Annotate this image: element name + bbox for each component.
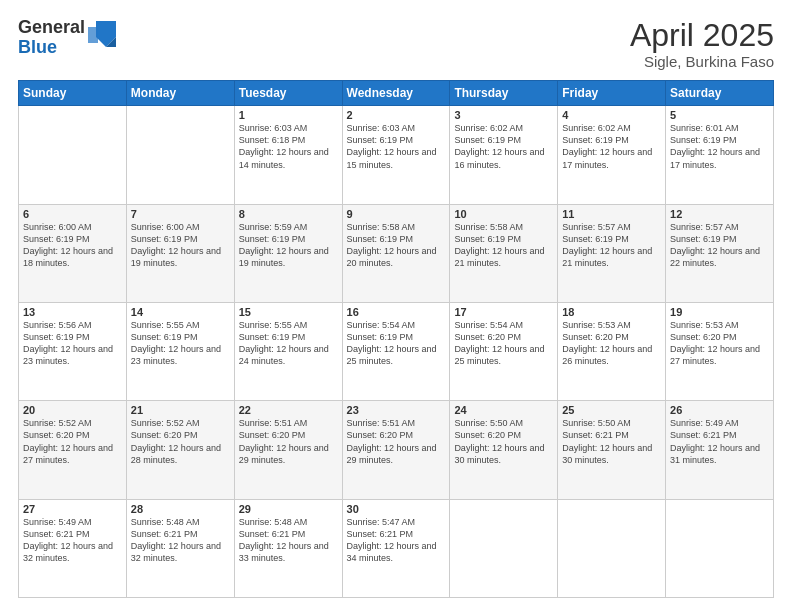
- calendar-cell: 21Sunrise: 5:52 AM Sunset: 6:20 PM Dayli…: [126, 401, 234, 499]
- main-title: April 2025: [630, 18, 774, 53]
- day-info: Sunrise: 5:48 AM Sunset: 6:21 PM Dayligh…: [131, 516, 230, 565]
- day-info: Sunrise: 6:01 AM Sunset: 6:19 PM Dayligh…: [670, 122, 769, 171]
- day-number: 24: [454, 404, 553, 416]
- day-number: 27: [23, 503, 122, 515]
- day-info: Sunrise: 5:59 AM Sunset: 6:19 PM Dayligh…: [239, 221, 338, 270]
- day-info: Sunrise: 5:53 AM Sunset: 6:20 PM Dayligh…: [562, 319, 661, 368]
- calendar-cell: 12Sunrise: 5:57 AM Sunset: 6:19 PM Dayli…: [666, 204, 774, 302]
- col-friday: Friday: [558, 81, 666, 106]
- calendar-cell: 28Sunrise: 5:48 AM Sunset: 6:21 PM Dayli…: [126, 499, 234, 597]
- day-number: 1: [239, 109, 338, 121]
- day-number: 16: [347, 306, 446, 318]
- day-number: 9: [347, 208, 446, 220]
- calendar-cell: 15Sunrise: 5:55 AM Sunset: 6:19 PM Dayli…: [234, 302, 342, 400]
- day-number: 23: [347, 404, 446, 416]
- day-info: Sunrise: 6:02 AM Sunset: 6:19 PM Dayligh…: [562, 122, 661, 171]
- day-number: 6: [23, 208, 122, 220]
- calendar-week-2: 6Sunrise: 6:00 AM Sunset: 6:19 PM Daylig…: [19, 204, 774, 302]
- calendar-cell: 4Sunrise: 6:02 AM Sunset: 6:19 PM Daylig…: [558, 106, 666, 204]
- day-number: 8: [239, 208, 338, 220]
- calendar-cell: 18Sunrise: 5:53 AM Sunset: 6:20 PM Dayli…: [558, 302, 666, 400]
- day-info: Sunrise: 5:52 AM Sunset: 6:20 PM Dayligh…: [23, 417, 122, 466]
- day-info: Sunrise: 6:03 AM Sunset: 6:18 PM Dayligh…: [239, 122, 338, 171]
- day-info: Sunrise: 5:50 AM Sunset: 6:21 PM Dayligh…: [562, 417, 661, 466]
- calendar-cell: [450, 499, 558, 597]
- subtitle: Sigle, Burkina Faso: [630, 53, 774, 70]
- day-number: 7: [131, 208, 230, 220]
- calendar-cell: 20Sunrise: 5:52 AM Sunset: 6:20 PM Dayli…: [19, 401, 127, 499]
- day-number: 11: [562, 208, 661, 220]
- calendar-cell: 30Sunrise: 5:47 AM Sunset: 6:21 PM Dayli…: [342, 499, 450, 597]
- calendar-cell: 27Sunrise: 5:49 AM Sunset: 6:21 PM Dayli…: [19, 499, 127, 597]
- col-wednesday: Wednesday: [342, 81, 450, 106]
- day-number: 25: [562, 404, 661, 416]
- day-number: 26: [670, 404, 769, 416]
- calendar-header-row: Sunday Monday Tuesday Wednesday Thursday…: [19, 81, 774, 106]
- logo-general: General: [18, 18, 85, 38]
- day-number: 3: [454, 109, 553, 121]
- day-number: 15: [239, 306, 338, 318]
- calendar-table: Sunday Monday Tuesday Wednesday Thursday…: [18, 80, 774, 598]
- day-number: 10: [454, 208, 553, 220]
- logo: General Blue: [18, 18, 120, 58]
- day-info: Sunrise: 5:51 AM Sunset: 6:20 PM Dayligh…: [239, 417, 338, 466]
- svg-marker-2: [88, 27, 98, 43]
- calendar-cell: 22Sunrise: 5:51 AM Sunset: 6:20 PM Dayli…: [234, 401, 342, 499]
- day-info: Sunrise: 6:00 AM Sunset: 6:19 PM Dayligh…: [131, 221, 230, 270]
- calendar-week-1: 1Sunrise: 6:03 AM Sunset: 6:18 PM Daylig…: [19, 106, 774, 204]
- calendar-cell: 19Sunrise: 5:53 AM Sunset: 6:20 PM Dayli…: [666, 302, 774, 400]
- day-number: 28: [131, 503, 230, 515]
- calendar-cell: [126, 106, 234, 204]
- title-block: April 2025 Sigle, Burkina Faso: [630, 18, 774, 70]
- calendar-cell: 23Sunrise: 5:51 AM Sunset: 6:20 PM Dayli…: [342, 401, 450, 499]
- day-info: Sunrise: 5:54 AM Sunset: 6:19 PM Dayligh…: [347, 319, 446, 368]
- calendar-cell: 29Sunrise: 5:48 AM Sunset: 6:21 PM Dayli…: [234, 499, 342, 597]
- day-info: Sunrise: 5:51 AM Sunset: 6:20 PM Dayligh…: [347, 417, 446, 466]
- calendar-cell: [19, 106, 127, 204]
- col-monday: Monday: [126, 81, 234, 106]
- day-info: Sunrise: 5:49 AM Sunset: 6:21 PM Dayligh…: [670, 417, 769, 466]
- day-info: Sunrise: 5:55 AM Sunset: 6:19 PM Dayligh…: [239, 319, 338, 368]
- calendar-cell: 5Sunrise: 6:01 AM Sunset: 6:19 PM Daylig…: [666, 106, 774, 204]
- calendar-cell: 3Sunrise: 6:02 AM Sunset: 6:19 PM Daylig…: [450, 106, 558, 204]
- day-info: Sunrise: 5:57 AM Sunset: 6:19 PM Dayligh…: [562, 221, 661, 270]
- day-info: Sunrise: 5:52 AM Sunset: 6:20 PM Dayligh…: [131, 417, 230, 466]
- col-sunday: Sunday: [19, 81, 127, 106]
- day-info: Sunrise: 6:03 AM Sunset: 6:19 PM Dayligh…: [347, 122, 446, 171]
- day-info: Sunrise: 5:58 AM Sunset: 6:19 PM Dayligh…: [347, 221, 446, 270]
- day-number: 4: [562, 109, 661, 121]
- calendar-cell: [558, 499, 666, 597]
- day-info: Sunrise: 5:53 AM Sunset: 6:20 PM Dayligh…: [670, 319, 769, 368]
- calendar-cell: 8Sunrise: 5:59 AM Sunset: 6:19 PM Daylig…: [234, 204, 342, 302]
- day-number: 22: [239, 404, 338, 416]
- day-info: Sunrise: 6:00 AM Sunset: 6:19 PM Dayligh…: [23, 221, 122, 270]
- calendar-cell: 6Sunrise: 6:00 AM Sunset: 6:19 PM Daylig…: [19, 204, 127, 302]
- calendar-cell: 14Sunrise: 5:55 AM Sunset: 6:19 PM Dayli…: [126, 302, 234, 400]
- day-number: 18: [562, 306, 661, 318]
- calendar-cell: 26Sunrise: 5:49 AM Sunset: 6:21 PM Dayli…: [666, 401, 774, 499]
- day-info: Sunrise: 5:54 AM Sunset: 6:20 PM Dayligh…: [454, 319, 553, 368]
- calendar-cell: 24Sunrise: 5:50 AM Sunset: 6:20 PM Dayli…: [450, 401, 558, 499]
- day-number: 21: [131, 404, 230, 416]
- day-info: Sunrise: 5:50 AM Sunset: 6:20 PM Dayligh…: [454, 417, 553, 466]
- day-number: 19: [670, 306, 769, 318]
- logo-text: General Blue: [18, 18, 85, 58]
- calendar-cell: 7Sunrise: 6:00 AM Sunset: 6:19 PM Daylig…: [126, 204, 234, 302]
- calendar-week-5: 27Sunrise: 5:49 AM Sunset: 6:21 PM Dayli…: [19, 499, 774, 597]
- calendar-cell: 13Sunrise: 5:56 AM Sunset: 6:19 PM Dayli…: [19, 302, 127, 400]
- header: General Blue April 2025 Sigle, Burkina F…: [18, 18, 774, 70]
- day-number: 12: [670, 208, 769, 220]
- day-info: Sunrise: 5:56 AM Sunset: 6:19 PM Dayligh…: [23, 319, 122, 368]
- calendar-week-3: 13Sunrise: 5:56 AM Sunset: 6:19 PM Dayli…: [19, 302, 774, 400]
- col-tuesday: Tuesday: [234, 81, 342, 106]
- calendar-cell: 25Sunrise: 5:50 AM Sunset: 6:21 PM Dayli…: [558, 401, 666, 499]
- calendar-cell: [666, 499, 774, 597]
- col-thursday: Thursday: [450, 81, 558, 106]
- day-number: 14: [131, 306, 230, 318]
- logo-blue: Blue: [18, 38, 85, 58]
- col-saturday: Saturday: [666, 81, 774, 106]
- calendar-week-4: 20Sunrise: 5:52 AM Sunset: 6:20 PM Dayli…: [19, 401, 774, 499]
- day-number: 29: [239, 503, 338, 515]
- logo-icon: [88, 17, 120, 53]
- day-info: Sunrise: 5:47 AM Sunset: 6:21 PM Dayligh…: [347, 516, 446, 565]
